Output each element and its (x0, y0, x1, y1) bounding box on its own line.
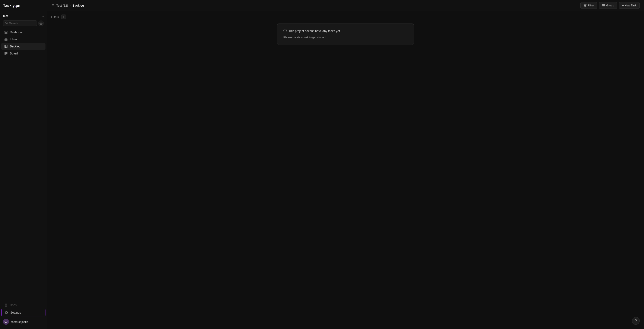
content-area: Filters: + This project doesn't have any… (47, 11, 644, 329)
backlog-label: Backlog (10, 45, 20, 48)
search-icon (5, 22, 8, 25)
user-row[interactable]: CJ cameronjhollis ⋯ (0, 316, 47, 327)
logo: Taskly.pm (3, 4, 44, 8)
settings-item[interactable]: Settings (1, 309, 46, 316)
breadcrumb-project: Test (12) (56, 4, 68, 7)
breadcrumb-sep: › (70, 4, 71, 7)
filters-bar: Filters: + (51, 15, 640, 19)
sidebar-spacer (0, 58, 47, 299)
svg-rect-22 (52, 5, 54, 5)
info-icon (283, 29, 287, 33)
svg-rect-15 (6, 52, 6, 54)
avatar-initials: CJ (4, 320, 8, 323)
settings-label: Settings (10, 311, 21, 314)
topbar: Test (12) › Backlog Filter Group + New T… (47, 0, 644, 11)
inbox-icon (4, 38, 8, 41)
nav-section: Dashboard Inbox Backlog (0, 28, 47, 58)
svg-rect-24 (602, 5, 605, 5)
svg-rect-10 (5, 45, 7, 48)
svg-point-20 (6, 312, 7, 313)
help-button[interactable]: ? (632, 317, 640, 325)
empty-state-title: This project doesn't have any tasks yet. (283, 29, 408, 33)
search-input[interactable]: Search (3, 20, 37, 26)
add-filter-button[interactable]: + (61, 15, 66, 19)
svg-rect-25 (602, 6, 605, 6)
help-icon: ? (635, 319, 637, 323)
add-new-button[interactable] (38, 21, 44, 26)
empty-state: This project doesn't have any tasks yet.… (277, 24, 414, 45)
logo-suffix: pm (16, 4, 22, 8)
svg-rect-21 (52, 4, 54, 5)
breadcrumb-current: Backlog (72, 4, 84, 7)
search-row: Search (0, 19, 47, 28)
svg-rect-16 (6, 52, 8, 54)
svg-rect-23 (52, 6, 54, 6)
sidebar-item-docs[interactable]: Docs (1, 302, 46, 308)
dashboard-label: Dashboard (10, 31, 24, 34)
sidebar-item-dashboard[interactable]: Dashboard (1, 29, 46, 36)
docs-label: Docs (10, 303, 17, 307)
svg-line-1 (7, 23, 8, 24)
new-task-label: + New Task (622, 4, 636, 7)
main-content: Test (12) › Backlog Filter Group + New T… (47, 0, 644, 329)
sidebar-bottom: Docs Settings CJ cameronjhollis ⋯ (0, 299, 47, 329)
filter-button[interactable]: Filter (580, 2, 597, 9)
svg-rect-17 (5, 304, 7, 306)
svg-rect-7 (5, 33, 6, 34)
sidebar-top: Taskly.pm (0, 0, 47, 13)
inbox-label: Inbox (10, 38, 17, 41)
filters-label: Filters: (51, 15, 60, 19)
board-icon (4, 52, 8, 55)
workspace-selector[interactable]: test ⌵ (0, 13, 47, 19)
svg-rect-8 (6, 33, 7, 34)
empty-state-description: Please create a task to get started. (283, 35, 408, 40)
logo-text: Taskly (3, 4, 15, 8)
sidebar-item-backlog[interactable]: Backlog (1, 43, 46, 50)
svg-rect-14 (5, 52, 6, 55)
group-button[interactable]: Group (599, 2, 617, 9)
svg-point-28 (285, 30, 285, 30)
sidebar-toggle-icon[interactable] (51, 4, 55, 8)
sidebar: Taskly.pm test ⌵ Search (0, 0, 47, 329)
svg-rect-6 (6, 31, 7, 32)
add-filter-icon: + (63, 15, 64, 19)
new-task-button[interactable]: + New Task (619, 2, 640, 9)
topbar-actions: Filter Group + New Task (580, 2, 640, 9)
table-icon (4, 45, 8, 48)
workspace-name: test (3, 14, 8, 18)
gear-icon (5, 311, 8, 314)
filter-label: Filter (588, 4, 594, 7)
search-placeholder: Search (9, 22, 18, 25)
sidebar-item-inbox[interactable]: Inbox (1, 36, 46, 43)
more-icon[interactable]: ⋯ (40, 320, 44, 324)
chevron-down-icon: ⌵ (42, 15, 44, 18)
empty-state-title-text: This project doesn't have any tasks yet. (288, 29, 341, 33)
board-label: Board (10, 52, 18, 55)
breadcrumb: Test (12) › Backlog (51, 4, 84, 8)
doc-icon (4, 303, 8, 306)
avatar: CJ (3, 319, 9, 325)
group-label: Group (606, 4, 614, 7)
username: cameronjhollis (11, 320, 39, 323)
sidebar-item-board[interactable]: Board (1, 50, 46, 57)
svg-rect-5 (5, 31, 6, 32)
grid-icon (4, 31, 8, 34)
